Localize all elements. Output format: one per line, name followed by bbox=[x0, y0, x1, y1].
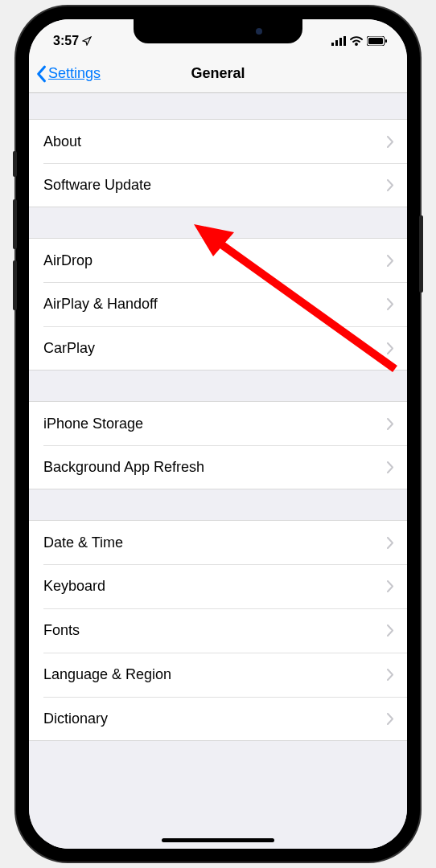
back-label: Settings bbox=[48, 65, 101, 82]
phone-frame: 3:57 Settings General AboutSoftware Upda… bbox=[16, 6, 420, 862]
settings-group: AirDropAirPlay & HandoffCarPlay bbox=[29, 238, 407, 371]
chevron-right-icon bbox=[387, 537, 394, 549]
cell-fonts[interactable]: Fonts bbox=[29, 608, 407, 653]
wifi-icon bbox=[350, 36, 363, 46]
cell-date-time[interactable]: Date & Time bbox=[29, 520, 407, 564]
chevron-right-icon bbox=[387, 713, 394, 725]
chevron-right-icon bbox=[387, 298, 394, 310]
cell-label: AirDrop bbox=[43, 252, 93, 269]
cell-software-update[interactable]: Software Update bbox=[29, 163, 407, 207]
notch bbox=[134, 19, 302, 43]
chevron-right-icon bbox=[387, 418, 394, 430]
chevron-left-icon bbox=[35, 65, 47, 83]
cell-language-region[interactable]: Language & Region bbox=[29, 653, 407, 697]
cell-iphone-storage[interactable]: iPhone Storage bbox=[29, 401, 407, 445]
cell-label: AirPlay & Handoff bbox=[43, 296, 158, 313]
cell-label: Dictionary bbox=[43, 710, 108, 727]
settings-list[interactable]: AboutSoftware UpdateAirDropAirPlay & Han… bbox=[29, 93, 407, 849]
power-button bbox=[419, 215, 423, 293]
group-separator bbox=[29, 371, 407, 401]
svg-rect-3 bbox=[343, 36, 346, 46]
svg-rect-1 bbox=[335, 40, 338, 46]
chevron-right-icon bbox=[387, 624, 394, 637]
cell-dictionary[interactable]: Dictionary bbox=[29, 697, 407, 741]
cell-label: iPhone Storage bbox=[43, 416, 143, 432]
status-time: 3:57 bbox=[53, 34, 79, 48]
svg-rect-0 bbox=[331, 43, 334, 46]
group-separator bbox=[29, 741, 407, 772]
group-separator bbox=[29, 489, 407, 520]
volume-up-button bbox=[13, 199, 17, 249]
svg-rect-6 bbox=[368, 38, 383, 44]
svg-point-4 bbox=[356, 43, 358, 46]
front-camera-icon bbox=[256, 28, 262, 35]
battery-icon bbox=[367, 36, 388, 46]
mute-switch bbox=[13, 151, 17, 177]
volume-down-button bbox=[13, 260, 17, 310]
settings-group: Date & TimeKeyboardFontsLanguage & Regio… bbox=[29, 520, 407, 741]
settings-group: iPhone StorageBackground App Refresh bbox=[29, 401, 407, 489]
cell-label: Software Update bbox=[43, 177, 151, 194]
cell-label: Date & Time bbox=[43, 534, 123, 551]
location-arrow-icon bbox=[82, 36, 92, 46]
group-separator bbox=[29, 93, 407, 119]
chevron-right-icon bbox=[387, 342, 394, 354]
cellular-signal-icon bbox=[331, 36, 346, 46]
chevron-right-icon bbox=[387, 179, 394, 191]
cell-label: Background App Refresh bbox=[43, 459, 204, 476]
cell-airplay-handoff[interactable]: AirPlay & Handoff bbox=[29, 282, 407, 326]
chevron-right-icon bbox=[387, 255, 394, 267]
cell-keyboard[interactable]: Keyboard bbox=[29, 564, 407, 608]
home-indicator[interactable] bbox=[162, 838, 274, 842]
cell-label: Fonts bbox=[43, 622, 80, 639]
chevron-right-icon bbox=[387, 461, 394, 473]
back-button[interactable]: Settings bbox=[35, 65, 101, 83]
cell-airdrop[interactable]: AirDrop bbox=[29, 238, 407, 282]
page-title: General bbox=[191, 65, 245, 82]
screen: 3:57 Settings General AboutSoftware Upda… bbox=[29, 19, 407, 849]
settings-group: AboutSoftware Update bbox=[29, 119, 407, 207]
chevron-right-icon bbox=[387, 669, 394, 681]
svg-rect-7 bbox=[385, 39, 387, 43]
cell-label: Keyboard bbox=[43, 578, 105, 595]
cell-carplay[interactable]: CarPlay bbox=[29, 326, 407, 371]
cell-about[interactable]: About bbox=[29, 119, 407, 163]
chevron-right-icon bbox=[387, 580, 394, 592]
chevron-right-icon bbox=[387, 136, 394, 148]
cell-background-app-refresh[interactable]: Background App Refresh bbox=[29, 445, 407, 489]
cell-label: About bbox=[43, 133, 81, 150]
cell-label: Language & Region bbox=[43, 666, 171, 683]
cell-label: CarPlay bbox=[43, 340, 95, 357]
group-separator bbox=[29, 207, 407, 238]
svg-rect-2 bbox=[339, 38, 342, 46]
nav-bar: Settings General bbox=[29, 55, 407, 93]
